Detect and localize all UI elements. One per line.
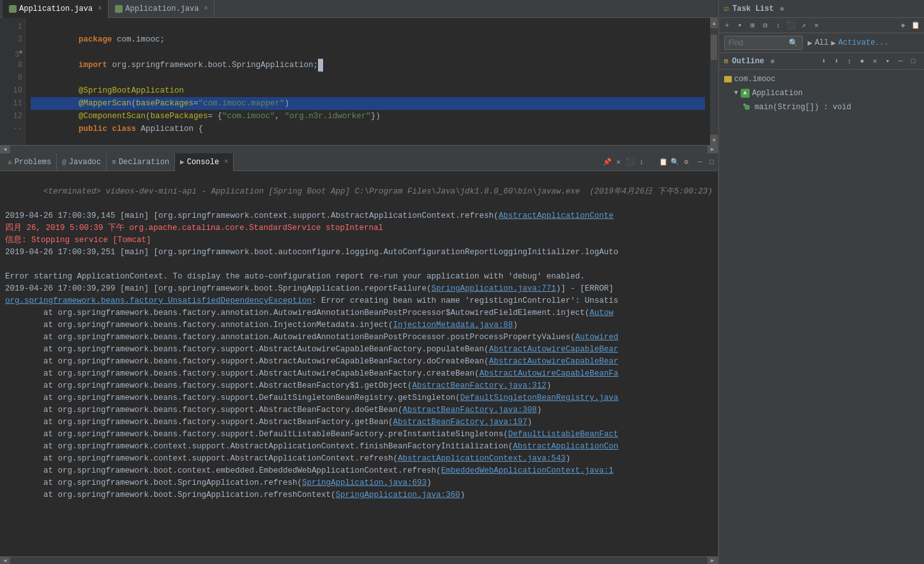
editor-h-scrollbar[interactable]: ◀ ▶: [0, 145, 718, 153]
injection-metadata-link[interactable]: InjectionMetadata.java:88: [393, 321, 513, 330]
outline-toolbar: ⬇ ⬆ ↕ ● ✕ ▾ ─ □: [818, 56, 919, 67]
outline-item-package[interactable]: com.imooc: [724, 72, 919, 86]
populate-bean-link[interactable]: AbstractAutowireCapableBear: [489, 345, 619, 354]
class-expand-arrow: ▼: [734, 86, 738, 100]
console-toolbar-btn-5[interactable]: 📋: [658, 156, 669, 168]
package-icon: [724, 76, 732, 82]
scrollbar-up-btn[interactable]: ▲: [710, 18, 718, 28]
editor-tab-2[interactable]: Application.java ×: [109, 0, 215, 18]
finish-bean-link[interactable]: AbstractApplicationCon: [513, 442, 618, 451]
console-tab-close[interactable]: ×: [224, 158, 228, 165]
scrollbar-track[interactable]: [710, 28, 718, 135]
code-area[interactable]: package com.imooc; import org.springfram…: [26, 18, 710, 145]
default-listable-link[interactable]: DefaultListableBeanFact: [508, 430, 619, 439]
console-tab[interactable]: ▶ Console ×: [175, 153, 234, 171]
editor-tab-1[interactable]: Application.java ×: [3, 0, 109, 18]
line-num-1: 1: [3, 20, 22, 33]
outline-toolbar-btn3[interactable]: ↕: [844, 56, 855, 67]
declaration-tab-label: Declaration: [119, 158, 169, 167]
task-btn-4[interactable]: ↕: [773, 20, 784, 31]
console-line-11: at org.springframework.beans.factory.ann…: [5, 332, 713, 344]
get-bean-link[interactable]: AbstractBeanFactory.java:197: [393, 418, 527, 427]
refresh-link[interactable]: AbstractApplicationContext.java:543: [398, 454, 566, 463]
embedded-web-link[interactable]: EmbeddedWebApplicationContext.java:1: [441, 466, 614, 475]
console-toolbar-btn-6[interactable]: 🔍: [669, 156, 681, 168]
javadoc-tab[interactable]: @ Javadoc: [57, 153, 107, 171]
console-line-5: [5, 259, 713, 271]
console-h-scroll-left[interactable]: ◀: [0, 557, 10, 565]
task-btn-6[interactable]: ↗: [798, 20, 810, 31]
right-panel: ☑ Task List ⊗ + ▾ ⊞ ⊟ ↕ ⬛ ↗ ✕ ❖ 📋 🔍 ▶ Al…: [718, 0, 924, 564]
editor-tab-1-close[interactable]: ×: [98, 5, 102, 12]
javadoc-tab-label: Javadoc: [69, 158, 101, 167]
outline-toolbar-btn4[interactable]: ●: [856, 56, 868, 67]
abstract-app-context-link[interactable]: AbstractApplicationConte: [499, 211, 614, 220]
autowired2-link[interactable]: Autowired: [575, 333, 619, 342]
task-btn-8[interactable]: ❖: [897, 20, 909, 31]
console-line-2: 四月 26, 2019 5:00:39 下午 org.apache.catali…: [5, 222, 713, 234]
console-line-18: at org.springframework.beans.factory.sup…: [5, 416, 713, 429]
scrollbar-thumb[interactable]: [711, 34, 717, 60]
h-scroll-right[interactable]: ▶: [708, 146, 718, 153]
console-h-scroll-track[interactable]: [10, 557, 708, 565]
console-toolbar-btn-7[interactable]: ⚙: [681, 156, 692, 168]
console-tab-bar: ⚠ Problems @ Javadoc ≡ Declaration ▶ Con…: [0, 153, 718, 171]
problems-tab[interactable]: ⚠ Problems: [3, 153, 57, 171]
all-label: All: [815, 38, 829, 47]
create-bean-link[interactable]: AbstractAutowireCapableBeanFa: [480, 369, 619, 378]
task-btn-9[interactable]: 📋: [910, 20, 921, 31]
task-new-btn[interactable]: +: [722, 20, 733, 31]
outline-toolbar-btn6[interactable]: ▾: [882, 56, 893, 67]
outline-item-method[interactable]: main(String[]) : void: [724, 100, 919, 114]
editor-tab-2-close[interactable]: ×: [204, 5, 208, 12]
console-toolbar-btn-1[interactable]: 📌: [602, 156, 613, 168]
console-minimize-btn[interactable]: ─: [695, 156, 706, 168]
refresh-context-link[interactable]: SpringApplication.java:360: [336, 491, 460, 499]
unsatisfied-dep-link[interactable]: org.springframework.beans.factory_Unsati…: [5, 296, 312, 305]
do-create-bean-link[interactable]: AbstractAutowireCapableBear: [489, 357, 619, 366]
editor-scrollbar[interactable]: ▲ ▼: [710, 18, 718, 145]
console-tab-label: Console: [187, 158, 219, 167]
console-line-16: at org.springframework.beans.factory.sup…: [5, 392, 713, 404]
autowired-link[interactable]: Autow: [589, 309, 614, 317]
console-h-scrollbar[interactable]: ◀ ▶: [0, 556, 718, 564]
activate-label[interactable]: Activate...: [838, 38, 889, 47]
task-dropdown-btn[interactable]: ▾: [734, 20, 746, 31]
outline-toolbar-btn5[interactable]: ✕: [869, 56, 881, 67]
method-icon: [745, 105, 750, 110]
outline-toolbar-btn7[interactable]: ─: [895, 56, 906, 67]
task-list-title: Task List: [732, 4, 774, 13]
search-options: ▶ All ▶ Activate...: [808, 38, 889, 48]
spring-app-link[interactable]: SpringApplication.java:771: [432, 284, 556, 293]
h-scroll-left[interactable]: ◀: [0, 146, 10, 153]
search-input[interactable]: [729, 38, 786, 47]
scrollbar-down-btn[interactable]: ▼: [710, 135, 718, 145]
outline-close-icon: ⊗: [771, 57, 775, 65]
outline-item-class[interactable]: ▼ A Application: [724, 86, 919, 100]
line-num-10: 10: [3, 84, 22, 97]
search-icon[interactable]: 🔍: [789, 38, 798, 48]
console-line-9: at org.springframework.beans.factory.ann…: [5, 307, 713, 319]
task-btn-3[interactable]: ⊟: [760, 20, 771, 31]
abstract-bean-factory-link[interactable]: AbstractBeanFactory.java:312: [413, 381, 547, 390]
console-h-scroll-right[interactable]: ▶: [708, 557, 718, 565]
do-get-bean-link[interactable]: AbstractBeanFactory.java:308: [403, 406, 537, 415]
task-list-icon: ☑: [724, 4, 729, 13]
outline-toolbar-btn8[interactable]: □: [907, 56, 919, 67]
default-singleton-link[interactable]: DefaultSingletonBeanRegistry.java: [460, 393, 619, 402]
task-btn-7[interactable]: ✕: [811, 20, 822, 31]
line-num-3: 3⊕: [3, 46, 22, 59]
h-scroll-track[interactable]: [10, 146, 708, 153]
task-btn-5[interactable]: ⬛: [785, 20, 797, 31]
console-toolbar-btn-3[interactable]: ⬛: [625, 156, 636, 168]
console-toolbar-btn-4[interactable]: ↕: [636, 156, 648, 168]
spring-refresh-link[interactable]: SpringApplication.java:693: [302, 478, 427, 487]
declaration-tab[interactable]: ≡ Declaration: [107, 153, 175, 171]
line-num-9: 9: [3, 72, 22, 84]
console-maximize-btn[interactable]: □: [706, 156, 718, 168]
task-btn-2[interactable]: ⊞: [747, 20, 759, 31]
search-box[interactable]: 🔍: [724, 36, 803, 50]
console-toolbar-btn-2[interactable]: ✕: [613, 156, 625, 168]
outline-toolbar-btn2[interactable]: ⬆: [831, 56, 842, 67]
outline-toolbar-btn1[interactable]: ⬇: [818, 56, 829, 67]
